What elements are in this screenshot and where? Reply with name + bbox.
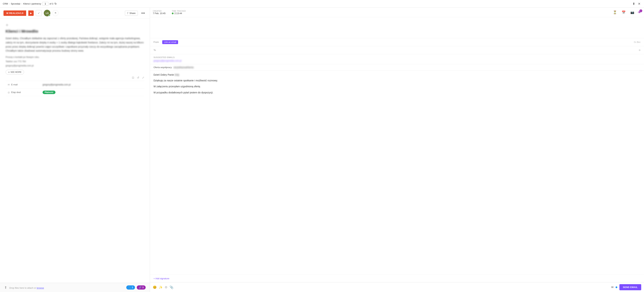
upload-icon[interactable]: ⬆ bbox=[632, 1, 636, 6]
page-number-input[interactable] bbox=[42, 2, 48, 5]
from-content: Link an email bbox=[162, 40, 634, 44]
to-label: To bbox=[154, 49, 162, 51]
magic-icon[interactable]: ✨ bbox=[159, 285, 162, 289]
created-value: 7 Feb. 10:45 bbox=[153, 12, 166, 15]
emoji-icon[interactable]: 😊 bbox=[153, 285, 157, 289]
drop-badges: 📎 1 🔗 3 bbox=[126, 285, 146, 290]
calendar-icon[interactable]: 📅 bbox=[620, 10, 627, 15]
crumb-klienci[interactable]: Klienci i partnerzy bbox=[23, 2, 41, 5]
from-label: From bbox=[154, 41, 162, 43]
email-para-1: Dziękuję za nasze ostatnie spotkanie i m… bbox=[154, 79, 640, 82]
action-icons: ⊡ ↺ ⤢ bbox=[6, 75, 144, 81]
refresh-icon[interactable]: ↻ bbox=[54, 2, 57, 5]
fields-table: ✉ E-mail gregory@progmedia.com.pl ◎ Etap… bbox=[6, 81, 144, 96]
paperclip-icon[interactable]: 📎 bbox=[170, 285, 174, 289]
close-icon[interactable]: ✕ bbox=[637, 1, 641, 6]
history-icon[interactable]: ↺ bbox=[137, 76, 139, 79]
time-tracked-label: TIME TRACKED bbox=[172, 10, 186, 12]
email-para-3: W przypadku dodatkowych pytań jestem do … bbox=[154, 91, 640, 94]
status-arrow-button[interactable]: ▶ bbox=[28, 10, 34, 16]
add-signature-button[interactable]: + Add signature bbox=[154, 277, 169, 281]
timer-dot bbox=[172, 12, 174, 14]
contact-email-blurred: gregory@progmedia.com.pl bbox=[6, 64, 144, 67]
drop-label: Drop files here to attach or browse bbox=[9, 287, 44, 289]
field-value-email[interactable]: gregory@progmedia.com.pl bbox=[40, 81, 144, 88]
etap-field-icon: ◎ bbox=[8, 91, 10, 94]
email-body: Dzień Dobry Panie Imię Dziękuję za nasze… bbox=[150, 70, 644, 275]
to-content[interactable] bbox=[162, 49, 639, 51]
suggested-email[interactable]: gregory@progmedia.com.pl bbox=[154, 59, 640, 62]
attachment-badge-1[interactable]: 📎 1 bbox=[126, 285, 135, 290]
email-dot-indicator[interactable] bbox=[616, 287, 617, 288]
sep2: › bbox=[22, 2, 22, 5]
field-label-email: ✉ E-mail bbox=[6, 81, 40, 88]
link-email-button[interactable]: Link an email bbox=[162, 40, 178, 44]
see-more-button[interactable]: ∨ SEE MORE bbox=[6, 70, 24, 75]
timer-display: 2:13:44 bbox=[172, 12, 186, 15]
greeting-name: Imię bbox=[174, 73, 179, 76]
crumb-crm[interactable]: CRM bbox=[3, 2, 8, 5]
email-field-icon: ✉ bbox=[8, 83, 10, 86]
subject-label: Oferta współpracy bbox=[154, 66, 172, 69]
send-email-button[interactable]: SEND EMAIL bbox=[620, 284, 641, 290]
right-panel: CREATED 7 Feb. 10:45 TIME TRACKED 2:13:4… bbox=[150, 8, 644, 292]
viewers-count: 2 bbox=[640, 9, 642, 12]
field-row-etap: ◎ Etap deal Płatność bbox=[6, 88, 144, 96]
etap-badge[interactable]: Płatność bbox=[42, 91, 56, 94]
created-label: CREATED bbox=[153, 10, 166, 12]
settings-icon[interactable]: ⚙ bbox=[165, 285, 168, 289]
suggested-emails-section: SUGGESTED EMAILS: gregory@progmedia.com.… bbox=[150, 54, 644, 64]
attachment-badge-2[interactable]: 🔗 3 bbox=[137, 285, 146, 290]
drop-area: ⬆ Drop files here to attach or browse 📎 … bbox=[0, 283, 150, 292]
flag-button[interactable]: ⚑ bbox=[52, 10, 58, 16]
more-button[interactable]: ••• bbox=[140, 10, 146, 16]
email-send-icon[interactable]: ✉ bbox=[611, 286, 614, 289]
draft-area-top bbox=[150, 17, 644, 38]
main-layout: W REALIZACJI ▶ ✓ LS ⚑ ⤴ Share ••• ⊕ Klie… bbox=[0, 8, 644, 292]
drop-text: ⬆ Drop files here to attach or browse bbox=[4, 285, 44, 290]
field-label-etap: ◎ Etap deal bbox=[6, 89, 40, 95]
share-button[interactable]: ⤴ Share bbox=[125, 11, 138, 16]
hourglass-icon[interactable]: ⏳ bbox=[612, 10, 618, 15]
left-panel: W REALIZACJI ▶ ✓ LS ⚑ ⤴ Share ••• ⊕ Klie… bbox=[0, 8, 150, 292]
record-body: Dzień dobry. Chciałbym dokładnie się zap… bbox=[6, 36, 144, 53]
sep1: › bbox=[9, 2, 10, 5]
check-button[interactable]: ✓ bbox=[36, 10, 42, 16]
field-value-etap[interactable]: Płatność bbox=[40, 89, 144, 95]
content-area: ⊕ Klienci i Mrowdlio Dzień dobry. Chciał… bbox=[0, 19, 150, 283]
viewers-badge[interactable]: 👁 2 bbox=[638, 10, 641, 14]
email-para-2: W załączeniu przesyłam uzgodnioną ofertę… bbox=[154, 84, 640, 88]
cc-bcc-button[interactable]: Cc Bcc bbox=[634, 41, 640, 43]
email-subject-row: Oferta współpracy ukrytaNazwaKlienta bbox=[150, 64, 644, 70]
email-to-row: To bbox=[150, 46, 644, 54]
email-from-row: From Link an email Cc Bcc bbox=[150, 38, 644, 46]
top-nav: CRM › Sprzedaż › Klienci i partnerzy of … bbox=[0, 0, 644, 8]
email-greeting: Dzień Dobry Panie Imię bbox=[154, 73, 640, 76]
record-title: Klienci i Mrowdlio bbox=[6, 29, 144, 34]
status-button[interactable]: W REALIZACJI bbox=[4, 10, 26, 16]
page-of-label: of 3 bbox=[50, 2, 54, 5]
browse-link[interactable]: browse bbox=[37, 287, 44, 289]
field-row-email: ✉ E-mail gregory@progmedia.com.pl bbox=[6, 81, 144, 88]
contact-phone: Telefon xxx 772 764 bbox=[6, 60, 144, 63]
upload-cloud-icon: ⬆ bbox=[4, 286, 7, 290]
subject-value[interactable]: ukrytaNazwaKlienta bbox=[174, 66, 194, 69]
to-input[interactable] bbox=[162, 49, 639, 51]
contact-info: Proszę o kontakt po Nowym roku. bbox=[6, 56, 144, 58]
breadcrumb: CRM › Sprzedaż › Klienci i partnerzy of … bbox=[3, 2, 57, 5]
to-indicator-dot bbox=[639, 49, 640, 51]
tags-icon[interactable]: ⊕ bbox=[6, 23, 8, 27]
nav-right: ⬆ ✕ bbox=[632, 1, 641, 6]
email-compose: From Link an email Cc Bcc To SUGGESTED E… bbox=[150, 38, 644, 292]
avatar[interactable]: LS bbox=[44, 10, 50, 16]
camera-icon[interactable]: 📷 bbox=[629, 10, 636, 15]
expand-icon[interactable]: ⤢ bbox=[142, 76, 144, 79]
crumb-sprzedaz[interactable]: Sprzedaż bbox=[11, 2, 20, 5]
attachment-icon: 📎 bbox=[128, 286, 131, 289]
share-icon: ⤴ bbox=[127, 12, 128, 14]
left-toolbar: W REALIZACJI ▶ ✓ LS ⚑ ⤴ Share ••• bbox=[0, 8, 150, 19]
print-icon[interactable]: ⊡ bbox=[132, 76, 134, 79]
suggested-label: SUGGESTED EMAILS: bbox=[154, 56, 640, 58]
email-bottom-toolbar: 😊 ✨ ⚙ 📎 ✉ SEND EMAIL bbox=[150, 282, 644, 292]
created-stat: CREATED 7 Feb. 10:45 bbox=[153, 10, 166, 15]
